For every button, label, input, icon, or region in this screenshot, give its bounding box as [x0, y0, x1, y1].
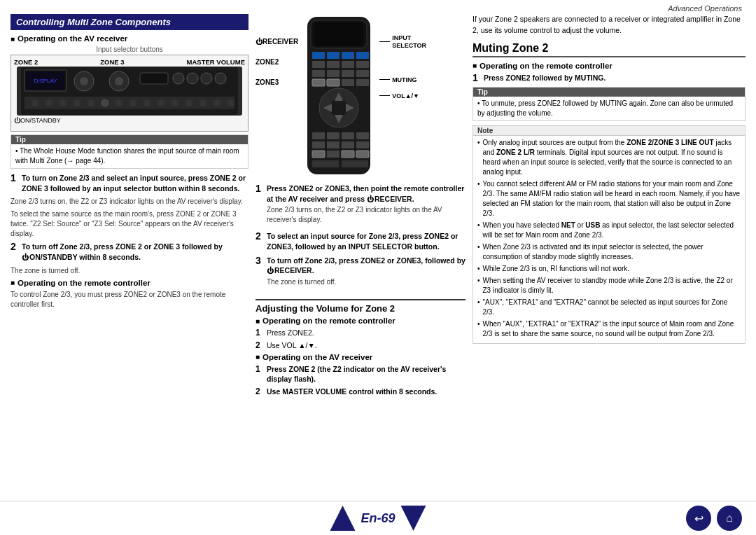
right-step1-bold: Press ZONE2 followed by MUTING.	[484, 74, 606, 82]
note-box: Note • Only analog input sources are out…	[472, 125, 746, 344]
page-number: En-69	[360, 511, 395, 526]
svg-rect-65	[356, 151, 369, 158]
step1-bold: To turn on Zone 2/3 and select an input …	[22, 174, 246, 193]
svg-rect-60	[342, 141, 354, 148]
svg-point-14	[31, 99, 38, 106]
svg-rect-34	[342, 52, 354, 59]
svg-rect-39	[356, 61, 369, 68]
svg-rect-35	[356, 52, 369, 59]
note-bullet-2-text: You cannot select different AM or FM rad…	[483, 179, 741, 218]
svg-rect-55	[327, 132, 340, 139]
svg-rect-40	[312, 70, 325, 77]
adj-step1-num: 1	[255, 328, 264, 338]
note-bullet-1-text: Only analog input sources are output fro…	[483, 138, 741, 177]
next-arrow[interactable]	[401, 506, 426, 531]
svg-rect-32	[312, 52, 325, 59]
right-step1-num: 1	[472, 73, 481, 83]
svg-point-49	[329, 98, 349, 118]
mid-column: ⏻RECEIVER ZONE2 ZONE3	[255, 14, 465, 497]
adj-step1-text: Press ZONE2.	[267, 328, 314, 338]
mid-step3-note: The zone is turned off.	[267, 277, 465, 287]
left-step2: 2 To turn off Zone 2/3, press ZONE 2 or …	[10, 242, 248, 262]
note-bullet-4-text: When Zone 2/3 is activated and its input…	[483, 242, 741, 262]
svg-rect-38	[342, 61, 354, 68]
adj-step2-text: Use VOL ▲/▼.	[267, 340, 317, 351]
svg-rect-62	[312, 151, 325, 158]
note-bullet-3: • When you have selected NET or USB as i…	[477, 221, 741, 240]
svg-point-24	[172, 99, 178, 106]
section-title: Controlling Multi Zone Components	[10, 14, 248, 30]
svg-point-16	[59, 99, 66, 106]
home-icon: ⌂	[726, 512, 733, 524]
adj-sub2: Operating on the AV receiver	[255, 353, 465, 361]
zone2-remote-label: ZONE2	[255, 58, 298, 66]
home-button[interactable]: ⌂	[717, 506, 742, 531]
mid-step1-num: 1	[255, 183, 264, 194]
back-button[interactable]: ↩	[686, 506, 711, 531]
svg-rect-46	[342, 79, 354, 86]
note-bullet-6-text: When setting the AV receiver to standby …	[483, 276, 741, 296]
standby-label: ⏻ON/STANDBY	[14, 117, 245, 124]
mid-step2-bold: To select an input source for Zone 2/3, …	[267, 232, 458, 251]
receiver-body: DISPLAY	[17, 67, 242, 116]
input-selector-label: INPUTSELECTOR	[392, 34, 426, 50]
adj-step2-num: 2	[255, 340, 264, 350]
svg-point-25	[186, 99, 192, 106]
muting-section-divider: Muting Zone 2	[472, 42, 746, 57]
content-area: Controlling Multi Zone Components Operat…	[0, 14, 756, 501]
receiver-svg: DISPLAY	[21, 67, 238, 115]
svg-point-5	[80, 77, 88, 85]
svg-point-27	[214, 99, 220, 106]
note-bullet-3-text: When you have selected NET or USB as inp…	[483, 221, 741, 240]
footer-nav[interactable]: En-69	[330, 506, 426, 531]
right-column: If your Zone 2 speakers are connected to…	[472, 14, 746, 497]
note-bullet-6: • When setting the AV receiver to standb…	[477, 276, 741, 296]
step2-bold: To turn off Zone 2/3, press ZONE 2 or ZO…	[22, 242, 223, 261]
step2-text: To turn off Zone 2/3, press ZONE 2 or ZO…	[22, 242, 248, 262]
remote-left-labels: ⏻RECEIVER ZONE2 ZONE3	[255, 38, 298, 86]
svg-point-22	[144, 99, 150, 106]
page: Advanced Operations Controlling Multi Zo…	[0, 0, 756, 535]
step1-text: To turn on Zone 2/3 and select an input …	[22, 173, 248, 193]
svg-rect-42	[342, 70, 354, 77]
note-bullet-5: • While Zone 2/3 is on, RI functions wil…	[477, 264, 741, 274]
prev-arrow[interactable]	[330, 506, 355, 531]
adj-av-step2-num: 2	[255, 387, 264, 396]
svg-point-11	[201, 73, 212, 84]
vol-label: VOL▲/▼	[392, 92, 419, 99]
svg-rect-67	[342, 160, 368, 167]
svg-point-9	[173, 73, 184, 84]
svg-rect-33	[327, 52, 340, 59]
input-selector-label: Input selector buttons	[10, 46, 248, 53]
note-bullet-7-text: "AUX", "EXTRA1" and "EXTRA2" cannot be s…	[483, 298, 741, 317]
adj-av-step2: 2 Use MASTER VOLUME control within 8 sec…	[255, 387, 465, 397]
tip-header: Tip	[11, 135, 248, 144]
receiver-label: ⏻RECEIVER	[255, 38, 298, 46]
note-content: • Only analog input sources are output f…	[473, 136, 745, 343]
step1-note2: To select the same source as the main ro…	[10, 209, 248, 239]
back-icon: ↩	[694, 512, 704, 525]
note-bullet-8: • When "AUX", "EXTRA1" or "EXTRA2" is th…	[477, 319, 741, 339]
remote-svg	[304, 17, 374, 178]
footer: En-69 ↩ ⌂	[0, 501, 756, 535]
note-bullet-7: • "AUX", "EXTRA1" and "EXTRA2" cannot be…	[477, 298, 741, 317]
svg-rect-47	[356, 79, 369, 86]
zone3-remote-label: ZONE3	[255, 78, 298, 86]
svg-rect-64	[342, 151, 354, 158]
svg-point-17	[74, 99, 80, 106]
mid-step2-text: To select an input source for Zone 2/3, …	[267, 231, 465, 251]
tip-box: Tip • The Whole House Mode function shar…	[10, 134, 248, 169]
mid-step1-bold: Press ZONE2 or ZONE3, then point the rem…	[267, 184, 464, 203]
zone2-label: ZONE 2	[14, 58, 38, 66]
svg-rect-36	[312, 61, 325, 68]
svg-rect-41	[327, 70, 340, 77]
note-bullet-4: • When Zone 2/3 is activated and its inp…	[477, 242, 741, 262]
remote-note: To control Zone 2/3, you must press ZONE…	[10, 290, 248, 310]
svg-rect-43	[356, 70, 369, 77]
svg-point-20	[115, 99, 122, 106]
adj-av-step1: 1 Press ZONE 2 (the Z2 indicator on the …	[255, 364, 465, 384]
svg-rect-66	[312, 160, 339, 167]
page-header: Advanced Operations	[668, 4, 742, 13]
note-bullet-5-text: While Zone 2/3 is on, RI functions will …	[483, 264, 630, 274]
adj-av-step2-text: Use MASTER VOLUME control within 8 secon…	[267, 387, 437, 397]
